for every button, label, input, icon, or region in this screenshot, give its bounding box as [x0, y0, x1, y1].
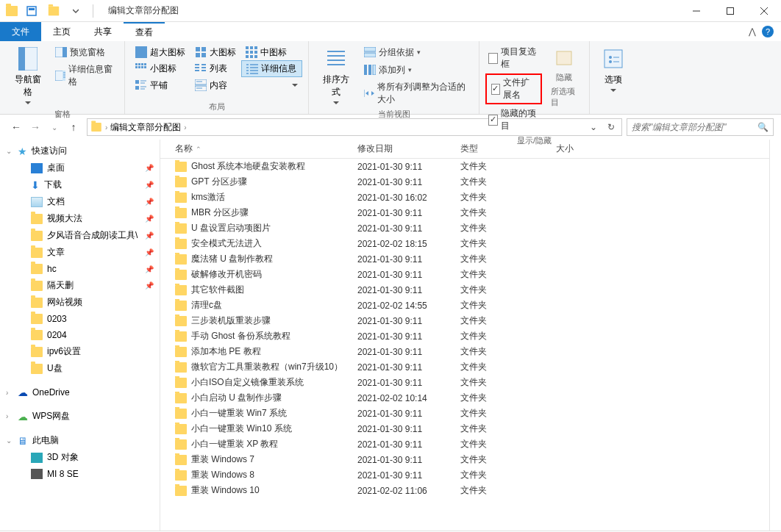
preview-pane-button[interactable]: 预览窗格: [52, 44, 118, 60]
table-row[interactable]: U 盘设置启动项图片2021-01-30 9:11文件夹: [160, 220, 769, 236]
table-row[interactable]: 三步装机版重装步骤2021-01-30 9:11文件夹: [160, 313, 769, 328]
col-header-size[interactable]: 大小: [550, 140, 624, 158]
sidebar-item-mi8se[interactable]: MI 8 SE: [0, 466, 160, 482]
search-icon[interactable]: 🔍: [757, 122, 768, 132]
table-row[interactable]: GPT 分区步骤2021-01-30 9:11文件夹: [160, 174, 769, 190]
table-row[interactable]: 清理c盘2021-02-02 14:55文件夹: [160, 298, 769, 313]
tab-file[interactable]: 文件: [0, 22, 41, 41]
nav-pane-button[interactable]: 导航窗格: [6, 44, 49, 107]
table-row[interactable]: 重装 Windows 102021-02-02 11:06文件夹: [160, 483, 769, 498]
sidebar-item-3d[interactable]: 3D 对象: [0, 449, 160, 466]
table-row[interactable]: 重装 Windows 82021-01-30 9:11文件夹: [160, 467, 769, 483]
table-row[interactable]: 小白ISO自定义镜像重装系统2021-01-30 9:11文件夹: [160, 375, 769, 390]
group-by-button[interactable]: 分组依据 ▾: [361, 44, 473, 60]
sidebar-wps[interactable]: ›☁WPS网盘: [0, 408, 160, 425]
fit-columns-button[interactable]: 将所有列调整为合适的大小: [361, 79, 473, 107]
sidebar-item-getianshan[interactable]: 隔天删📌: [0, 277, 160, 294]
details-pane-button[interactable]: 详细信息窗格: [52, 62, 118, 90]
file-date: 2021-01-30 9:11: [352, 331, 454, 342]
tab-home[interactable]: 主页: [41, 22, 82, 41]
table-row[interactable]: 其它软件截图2021-01-30 9:11文件夹: [160, 282, 769, 298]
view-content[interactable]: 内容: [190, 77, 241, 93]
sidebar-item-xifeng[interactable]: 夕风语音合成朗读工具\📌: [0, 227, 160, 244]
file-date: 2021-01-30 9:11: [352, 455, 454, 465]
col-header-date[interactable]: 修改日期: [352, 140, 454, 158]
tab-share[interactable]: 共享: [82, 22, 124, 41]
breadcrumb-sep[interactable]: ›: [184, 123, 186, 132]
sidebar-item-ipv6[interactable]: ipv6设置: [0, 343, 160, 360]
table-row[interactable]: 破解修改开机密码2021-01-30 9:11文件夹: [160, 267, 769, 282]
file-extensions-toggle[interactable]: 文件扩展名: [488, 75, 539, 103]
col-header-name[interactable]: 名称⌃: [160, 140, 352, 158]
chevron-down-icon[interactable]: ⌄: [6, 147, 12, 155]
sidebar-thispc[interactable]: ⌄🖥此电脑: [0, 432, 160, 449]
search-input[interactable]: [632, 122, 757, 132]
table-row[interactable]: 小白一键重装 XP 教程2021-01-30 9:11文件夹: [160, 436, 769, 452]
chevron-right-icon[interactable]: ›: [6, 389, 8, 397]
view-l-icons[interactable]: 大图标: [190, 44, 241, 60]
file-name: 三步装机版重装步骤: [191, 314, 271, 327]
sidebar-item-documents[interactable]: 文档📌: [0, 193, 160, 210]
minimize-button[interactable]: [680, 0, 713, 22]
sidebar-item-0204[interactable]: 0204: [0, 327, 160, 343]
breadcrumb-item[interactable]: 编辑文章部分配图: [110, 121, 181, 134]
sidebar-item-articles[interactable]: 文章📌: [0, 244, 160, 261]
view-details[interactable]: 详细信息: [241, 60, 302, 77]
view-m-icons[interactable]: 中图标: [241, 44, 302, 60]
table-row[interactable]: 安全模式无法进入2021-02-02 18:15文件夹: [160, 236, 769, 251]
table-row[interactable]: 小白一键重装 Win7 系统2021-01-30 9:11文件夹: [160, 406, 769, 421]
view-list[interactable]: 列表: [190, 60, 241, 77]
tab-view[interactable]: 查看: [124, 22, 165, 41]
qat-properties[interactable]: [24, 3, 40, 19]
view-xl-icons[interactable]: 超大图标: [131, 44, 190, 60]
table-row[interactable]: 添加本地 PE 教程2021-01-30 9:11文件夹: [160, 344, 769, 359]
qat-customize[interactable]: [68, 3, 84, 19]
close-button[interactable]: [747, 0, 781, 22]
nav-back[interactable]: ←: [7, 118, 25, 136]
table-row[interactable]: 小白一键重装 Win10 系统2021-01-30 9:11文件夹: [160, 421, 769, 436]
col-header-type[interactable]: 类型: [454, 140, 550, 158]
sidebar-item-webvideo[interactable]: 网站视频: [0, 294, 160, 311]
svg-rect-31: [141, 63, 143, 65]
sidebar-quick-access[interactable]: ⌄★快速访问: [0, 143, 160, 159]
sort-button[interactable]: 排序方式: [315, 44, 358, 107]
table-row[interactable]: 小白启动 U 盘制作步骤2021-02-02 10:14文件夹: [160, 390, 769, 406]
group-label-current-view: 当前视图: [315, 107, 473, 120]
chevron-right-icon[interactable]: ›: [6, 412, 8, 420]
view-s-icons[interactable]: 小图标: [131, 60, 190, 77]
maximize-button[interactable]: [713, 0, 747, 22]
sidebar-item-upan[interactable]: U盘: [0, 360, 160, 377]
table-row[interactable]: kms激活2021-01-30 16:02文件夹: [160, 190, 769, 205]
nav-up[interactable]: ↑: [65, 118, 82, 136]
sidebar-item-desktop[interactable]: 桌面📌: [0, 159, 160, 176]
options-button[interactable]: 选项: [596, 44, 631, 95]
sidebar-item-downloads[interactable]: ⬇下载📌: [0, 176, 160, 193]
sidebar-item-video[interactable]: 视频大法📌: [0, 210, 160, 227]
nav-recent[interactable]: ⌄: [46, 118, 63, 136]
svg-rect-51: [135, 80, 139, 84]
table-row[interactable]: 重装 Windows 72021-01-30 9:11文件夹: [160, 452, 769, 467]
table-row[interactable]: 微软官方工具重装教程（win7升级10）2021-01-30 9:11文件夹: [160, 359, 769, 375]
sidebar-item-0203[interactable]: 0203: [0, 311, 160, 327]
item-checkboxes-toggle[interactable]: 项目复选框: [485, 44, 542, 72]
view-more[interactable]: [241, 77, 302, 93]
table-row[interactable]: Ghost 系统本地硬盘安装教程2021-01-30 9:11文件夹: [160, 159, 769, 174]
table-row[interactable]: 手动 Ghost 备份系统教程2021-01-30 9:11文件夹: [160, 328, 769, 344]
ribbon-expand-icon[interactable]: ⋀: [749, 26, 756, 37]
chevron-down-icon[interactable]: ⌄: [6, 436, 12, 445]
table-row[interactable]: 魔法猪 U 盘制作教程2021-01-30 9:11文件夹: [160, 251, 769, 267]
hidden-items-toggle[interactable]: 隐藏的项目: [485, 106, 542, 134]
search-box[interactable]: 🔍: [627, 118, 774, 136]
add-columns-button[interactable]: 添加列 ▾: [361, 62, 473, 78]
sidebar-item-hc[interactable]: hc📌: [0, 261, 160, 277]
hide-selected-button[interactable]: 隐藏 所选项目: [545, 44, 583, 111]
qat-new-folder[interactable]: [46, 3, 62, 19]
help-icon[interactable]: ?: [762, 26, 774, 37]
view-tiles[interactable]: 平铺: [131, 77, 190, 93]
sidebar-onedrive[interactable]: ›☁OneDrive: [0, 384, 160, 400]
nav-forward[interactable]: →: [26, 118, 44, 136]
breadcrumb-sep[interactable]: ›: [105, 123, 107, 132]
table-row[interactable]: MBR 分区步骤2021-01-30 9:11文件夹: [160, 205, 769, 220]
address-refresh[interactable]: ↻: [604, 122, 618, 132]
address-dropdown[interactable]: ⌄: [586, 122, 601, 132]
